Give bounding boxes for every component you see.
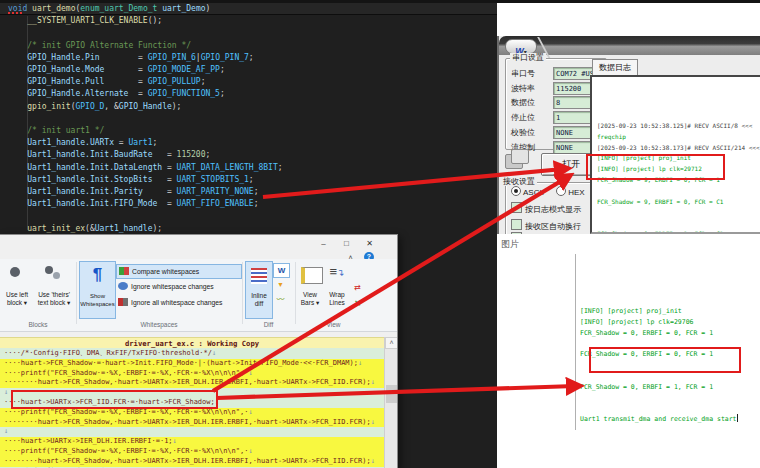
code-token: UART_STOPBITS_1 xyxy=(177,175,249,184)
scroll-up-arrow[interactable]: ˄ xyxy=(385,337,398,349)
diff-line-text: ········huart->FCR_Shadow,·huart->UARTx-… xyxy=(4,378,371,386)
eol-icon: ↓ xyxy=(371,457,375,465)
eol-icon: ↓ xyxy=(4,427,8,435)
eol-icon: ↓ xyxy=(248,447,252,455)
code-token xyxy=(8,199,27,208)
code-token xyxy=(8,16,27,25)
code-token: uart_init_ex xyxy=(27,224,85,233)
code-token: __SYSTEM_UART1_CLK_ENABLE xyxy=(27,16,147,25)
diff-line: ········huart->FCR_Shadow,·huart->UARTx-… xyxy=(0,418,384,428)
ignore-all-whitespace-icon xyxy=(118,298,128,306)
text-caret xyxy=(737,414,738,422)
inline-diff-button[interactable]: Inlinediff xyxy=(245,261,273,319)
eol-icon: ↓ xyxy=(4,388,8,396)
wrap-lines-button[interactable]: ≡↴ WrapLines xyxy=(324,261,350,317)
eol-icon: ↓ xyxy=(212,349,216,357)
checkbox-icon xyxy=(511,202,522,213)
setting-label: 数据位 xyxy=(511,98,535,107)
code-line: Uart1_handle.Init.DataLength = UART_DATA… xyxy=(8,162,283,174)
word-diff-icon[interactable]: W xyxy=(273,263,290,278)
maximize-button[interactable]: □ xyxy=(339,238,354,250)
green-x-icon[interactable]: ✕ xyxy=(350,297,365,310)
diff-line: ····printf("FCR_Shadow·=·%X,·ERBFI·=·%X,… xyxy=(0,408,384,418)
ribbon-group-diff: Diff xyxy=(242,321,295,328)
ignore-whitespace-changes-button[interactable]: Ignore whitespace changes xyxy=(116,280,240,293)
checkbox-clipped[interactable] xyxy=(511,232,525,234)
code-token: GPIO_Handle.Pin xyxy=(27,53,99,62)
serial-tool-window: W▾ 串口设置 串口号COM72 #US▼波特率115200▼数据位8▼停止位1… xyxy=(497,36,760,234)
code-token xyxy=(8,163,27,172)
diff-line: ····/*·Config·FIFO、DMA、RxFIF/TxFIFO·thre… xyxy=(0,349,384,359)
zigzag-icon[interactable]: 〰 xyxy=(273,293,288,306)
show-whitespaces-button[interactable]: ¶ ShowWhitespaces xyxy=(79,261,116,319)
code-token: gpio_init xyxy=(27,102,70,111)
compare-whitespaces-icon xyxy=(119,267,129,275)
eol-icon: ↓ xyxy=(248,408,252,416)
code-line: uart_init_ex(&Uart1_handle); xyxy=(8,223,162,235)
radio-ascii[interactable]: ASCII xyxy=(511,188,544,197)
swap-arrows-icon[interactable]: ⇄ xyxy=(350,281,365,294)
diff-line-text: ····printf("FCR_Shadow·=·%X,·ERBFI·=·%X,… xyxy=(4,369,248,377)
diff-line-text: ····/*·Config·FIFO、DMA、RxFIF/TxFIFO·thre… xyxy=(4,349,212,357)
diff-line: ········huart->FCR_Shadow,·huart->UARTx-… xyxy=(0,457,384,467)
code-token: = xyxy=(153,175,177,184)
code-line: GPIO_Handle.Mode = GPIO_MODE_AF_PP; xyxy=(8,64,225,76)
checkbox-auto-wrap[interactable]: 接收区自动换行 xyxy=(511,219,581,232)
code-token: = xyxy=(153,150,177,159)
code-token xyxy=(8,187,27,196)
log-line: FCR_Shadow = 0, ERBFI = 0, FCR = 1 xyxy=(580,328,713,339)
code-token xyxy=(8,53,27,62)
setting-label: 校验位 xyxy=(511,128,535,137)
code-token: GPIO_Handle.Mode xyxy=(27,65,104,74)
code-token: GPIO_Handle xyxy=(119,102,172,111)
log-line: Uart1 transmit_dma and receive_dma start xyxy=(580,414,738,425)
view-bars-icon xyxy=(301,267,323,284)
close-button[interactable]: ✕ xyxy=(362,238,377,250)
log-line: [INFO] [project] proj_init xyxy=(580,306,682,317)
code-token: , & xyxy=(104,102,118,111)
code-token xyxy=(8,150,27,159)
serial-settings-group-title: 串口设置 xyxy=(510,53,546,62)
tab-data-log[interactable]: 数据日志 xyxy=(592,59,638,76)
code-token: ; xyxy=(206,150,211,159)
checkbox-log-mode[interactable]: 按日志模式显示 xyxy=(511,202,581,215)
code-token: Uart1_handle.Init.BaudRate xyxy=(27,150,152,159)
app-logo-button[interactable]: W▾ xyxy=(505,39,537,54)
code-line: void uart_demo(enum_uart_Demo_t uart_Dem… xyxy=(8,3,210,15)
log-line: FCR_Shadow = 0, ERBFI = 1, FCR = 1 xyxy=(580,382,713,393)
diff-line: ↓ xyxy=(0,427,384,437)
scrollbar-thumb[interactable] xyxy=(386,385,397,403)
use-theirs-block-button[interactable]: Use 'theirs'text block ▾ xyxy=(33,261,75,317)
view-bars-button[interactable]: ViewBars ▾ xyxy=(297,261,323,317)
pages-icon-front xyxy=(511,149,529,164)
radio-hex[interactable]: HEX xyxy=(556,188,584,197)
code-line: Uart1_handle.UARTx = Uart1; xyxy=(8,137,157,149)
block-icon xyxy=(10,267,20,277)
code-token xyxy=(8,65,27,74)
eol-icon: ↓ xyxy=(371,378,375,386)
wrap-lines-icon: ≡↴ xyxy=(324,261,350,284)
ribbon-group-view: View xyxy=(295,321,372,328)
code-token: ); xyxy=(153,224,163,233)
checkbox-icon xyxy=(511,232,522,234)
minimize-button[interactable]: – xyxy=(316,238,331,250)
inline-diff-icon xyxy=(251,268,267,284)
filter-funnel-icon[interactable]: ▼ xyxy=(273,278,288,291)
scrollbar[interactable]: ˄ xyxy=(384,337,398,468)
code-token xyxy=(8,77,27,86)
code-token: = xyxy=(104,65,147,74)
eol-icon: ↓ xyxy=(173,437,177,445)
diff-line-text: ········huart->FCR_Shadow,·huart->UARTx-… xyxy=(4,457,371,465)
ignore-all-whitespace-button[interactable]: Ignore all whitespace changes xyxy=(116,296,240,309)
code-token: Uart1 xyxy=(128,138,152,147)
log-line: freqchip xyxy=(597,132,626,143)
code-token: GPIO_Handle.Pull xyxy=(27,77,104,86)
code-token: (& xyxy=(85,224,95,233)
code-token: uart_Demo xyxy=(162,4,205,13)
eol-icon: ↓ xyxy=(358,359,362,367)
use-left-block-button[interactable]: Use leftblock ▾ xyxy=(1,261,33,317)
code-line: Uart1_handle.Init.BaudRate = 115200; xyxy=(8,149,210,161)
compare-whitespaces-button[interactable]: Compare whitespaces xyxy=(116,264,242,279)
code-token: = xyxy=(157,199,176,208)
diff-line: ····printf("FCR_Shadow·=·%X,·ERBFI·=·%X,… xyxy=(0,447,384,457)
